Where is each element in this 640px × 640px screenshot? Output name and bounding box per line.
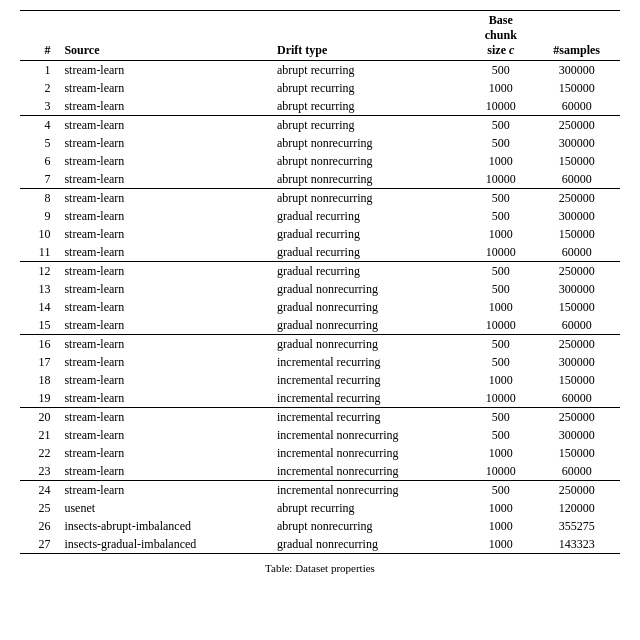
row-id: 27 <box>20 535 58 554</box>
table-row: 2stream-learnabrupt recurring1000150000 <box>20 79 620 97</box>
row-source: stream-learn <box>58 316 271 335</box>
row-drift: gradual nonrecurring <box>271 280 468 298</box>
table-row: 15stream-learngradual nonrecurring100006… <box>20 316 620 335</box>
row-drift: abrupt nonrecurring <box>271 517 468 535</box>
row-drift: abrupt nonrecurring <box>271 134 468 152</box>
table-row: 5stream-learnabrupt nonrecurring50030000… <box>20 134 620 152</box>
table-row: 13stream-learngradual nonrecurring500300… <box>20 280 620 298</box>
row-source: stream-learn <box>58 207 271 225</box>
row-id: 23 <box>20 462 58 481</box>
table-row: 8stream-learnabrupt nonrecurring50025000… <box>20 189 620 208</box>
row-drift: gradual recurring <box>271 207 468 225</box>
row-drift: incremental recurring <box>271 353 468 371</box>
row-chunk: 10000 <box>468 316 533 335</box>
row-samples: 250000 <box>533 408 620 427</box>
data-table: # Source Drift type Basechunksize c #sam… <box>20 10 620 554</box>
row-drift: abrupt recurring <box>271 499 468 517</box>
row-drift: gradual nonrecurring <box>271 535 468 554</box>
row-drift: gradual nonrecurring <box>271 316 468 335</box>
row-chunk: 10000 <box>468 243 533 262</box>
row-source: stream-learn <box>58 353 271 371</box>
row-chunk: 500 <box>468 481 533 500</box>
row-source: stream-learn <box>58 225 271 243</box>
row-chunk: 500 <box>468 353 533 371</box>
row-source: stream-learn <box>58 335 271 354</box>
row-samples: 150000 <box>533 444 620 462</box>
row-samples: 250000 <box>533 262 620 281</box>
col-header-source: Source <box>58 11 271 61</box>
row-id: 15 <box>20 316 58 335</box>
row-chunk: 1000 <box>468 152 533 170</box>
table-row: 14stream-learngradual nonrecurring100015… <box>20 298 620 316</box>
row-source: stream-learn <box>58 79 271 97</box>
row-drift: abrupt recurring <box>271 61 468 80</box>
row-samples: 150000 <box>533 225 620 243</box>
col-header-samples: #samples <box>533 11 620 61</box>
row-samples: 60000 <box>533 389 620 408</box>
row-samples: 150000 <box>533 371 620 389</box>
row-id: 25 <box>20 499 58 517</box>
row-drift: abrupt recurring <box>271 79 468 97</box>
table-row: 10stream-learngradual recurring100015000… <box>20 225 620 243</box>
row-source: stream-learn <box>58 152 271 170</box>
row-samples: 300000 <box>533 353 620 371</box>
row-drift: incremental recurring <box>271 371 468 389</box>
row-chunk: 500 <box>468 207 533 225</box>
row-drift: gradual recurring <box>271 262 468 281</box>
row-source: stream-learn <box>58 61 271 80</box>
row-drift: incremental nonrecurring <box>271 426 468 444</box>
row-id: 22 <box>20 444 58 462</box>
row-id: 2 <box>20 79 58 97</box>
row-id: 24 <box>20 481 58 500</box>
table-row: 18stream-learnincremental recurring10001… <box>20 371 620 389</box>
row-chunk: 500 <box>468 61 533 80</box>
row-samples: 300000 <box>533 207 620 225</box>
row-source: stream-learn <box>58 243 271 262</box>
table-row: 23stream-learnincremental nonrecurring10… <box>20 462 620 481</box>
row-drift: incremental recurring <box>271 408 468 427</box>
row-source: stream-learn <box>58 462 271 481</box>
row-drift: abrupt nonrecurring <box>271 152 468 170</box>
row-samples: 300000 <box>533 280 620 298</box>
row-id: 19 <box>20 389 58 408</box>
col-header-drift: Drift type <box>271 11 468 61</box>
row-samples: 355275 <box>533 517 620 535</box>
table-row: 19stream-learnincremental recurring10000… <box>20 389 620 408</box>
row-chunk: 1000 <box>468 79 533 97</box>
row-id: 7 <box>20 170 58 189</box>
row-source: stream-learn <box>58 170 271 189</box>
row-chunk: 1000 <box>468 298 533 316</box>
col-header-hash: # <box>20 11 58 61</box>
row-chunk: 1000 <box>468 535 533 554</box>
row-chunk: 500 <box>468 280 533 298</box>
row-samples: 250000 <box>533 189 620 208</box>
row-id: 18 <box>20 371 58 389</box>
row-source: stream-learn <box>58 134 271 152</box>
row-source: stream-learn <box>58 116 271 135</box>
row-drift: incremental nonrecurring <box>271 481 468 500</box>
row-chunk: 10000 <box>468 97 533 116</box>
table-row: 9stream-learngradual recurring500300000 <box>20 207 620 225</box>
row-chunk: 500 <box>468 335 533 354</box>
table-row: 20stream-learnincremental recurring50025… <box>20 408 620 427</box>
row-chunk: 500 <box>468 408 533 427</box>
table-row: 7stream-learnabrupt nonrecurring10000600… <box>20 170 620 189</box>
row-id: 14 <box>20 298 58 316</box>
row-chunk: 500 <box>468 189 533 208</box>
row-samples: 60000 <box>533 316 620 335</box>
row-samples: 60000 <box>533 97 620 116</box>
row-chunk: 10000 <box>468 389 533 408</box>
row-samples: 150000 <box>533 79 620 97</box>
row-source: usenet <box>58 499 271 517</box>
row-drift: incremental nonrecurring <box>271 444 468 462</box>
row-samples: 250000 <box>533 116 620 135</box>
table-row: 16stream-learngradual nonrecurring500250… <box>20 335 620 354</box>
table-row: 27insects-gradual-imbalancedgradual nonr… <box>20 535 620 554</box>
row-drift: abrupt recurring <box>271 116 468 135</box>
row-samples: 300000 <box>533 134 620 152</box>
row-chunk: 1000 <box>468 371 533 389</box>
row-source: stream-learn <box>58 444 271 462</box>
row-chunk: 500 <box>468 426 533 444</box>
row-drift: gradual nonrecurring <box>271 298 468 316</box>
row-source: stream-learn <box>58 298 271 316</box>
